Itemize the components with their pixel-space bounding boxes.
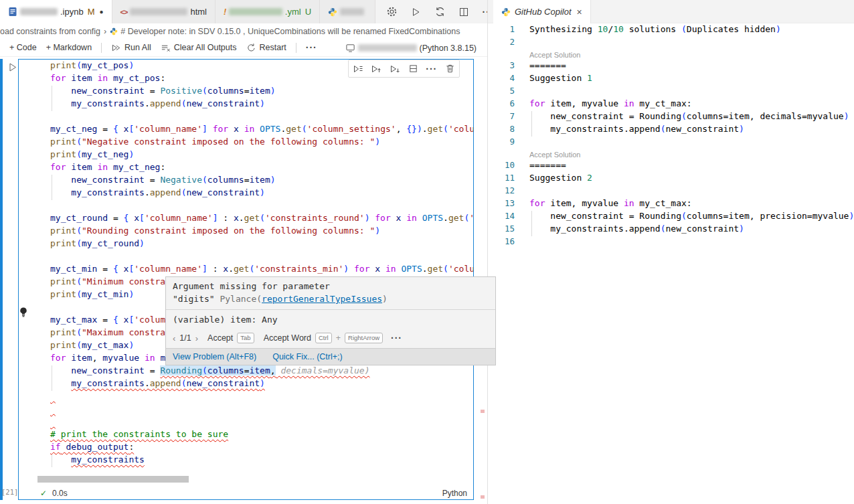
accept-word-button[interactable]: Accept Word [264, 333, 311, 343]
close-icon[interactable]: × [577, 7, 582, 17]
hover-status-bar: View Problem (Alt+F8) Quick Fix... (Ctrl… [166, 348, 495, 365]
copilot-line: 8 my_constraints.append(new_constraint) [488, 124, 854, 137]
execute-below-icon[interactable] [388, 62, 402, 76]
execute-above-icon[interactable] [369, 62, 383, 76]
html-file-icon: <> [120, 8, 128, 16]
clear-all-outputs-button[interactable]: Clear All Outputs [161, 43, 237, 53]
copilot-line: 13for item, myvalue in my_ct_max: [488, 198, 854, 211]
code-line: if debug_output: [19, 442, 473, 454]
run-all-button[interactable]: Run All [111, 43, 151, 53]
line-number: 16 [488, 236, 515, 249]
code-line: my_ct_min = { x['column_name'] : x.get('… [19, 264, 473, 276]
tab-bar: .ipynb M ● <> html ! .yml U ··· [0, 0, 487, 23]
python-icon [328, 7, 337, 17]
breadcrumb-separator: › [104, 27, 106, 36]
restart-button[interactable]: Restart [246, 43, 286, 53]
kernel-picker[interactable]: (Python 3.8.15) [345, 39, 477, 57]
filename-redacted [130, 8, 187, 15]
breadcrumb-section[interactable]: oad constraints from config [0, 27, 100, 36]
cell-toolbar: ··· [348, 60, 460, 78]
cell-duration: 0.0s [52, 489, 68, 498]
tab-ext: .ipynb [60, 7, 84, 17]
unsaved-dot-icon[interactable]: ● [100, 8, 104, 15]
tab-yml[interactable]: ! .yml U [216, 0, 320, 23]
horizontal-scrollbar[interactable] [19, 476, 473, 483]
line-number: 6 [488, 98, 515, 111]
copilot-suggestions-editor[interactable]: 1Synthesizing 10/10 solutions (Duplicate… [488, 24, 854, 249]
copilot-line: 15 my_constraints.append(new_constraint) [488, 224, 854, 236]
copilot-line: 6for item, myvalue in my_ct_max: [488, 98, 854, 111]
code-line: print("Rounding constraint imposed on th… [19, 226, 473, 238]
code-line: my_constraints [19, 454, 473, 467]
line-number: 8 [488, 124, 515, 137]
split-cell-icon[interactable] [406, 62, 420, 76]
view-problem-link[interactable]: View Problem (Alt+F8) [173, 352, 256, 361]
success-check-icon: ✓ [40, 489, 47, 498]
code-line: my_ct_round = { x['column_name'] : x.get… [19, 213, 473, 226]
code-line: new_constraint = Rounding(columns=item, … [19, 365, 473, 378]
suggestion-pager: 1/1 [179, 333, 191, 343]
copilot-line: 11Suggestion 2 [488, 173, 854, 185]
lightbulb-icon[interactable] [19, 307, 27, 317]
quick-fix-link[interactable]: Quick Fix... (Ctrl+;) [272, 352, 343, 361]
add-code-button[interactable]: + Code [9, 43, 37, 52]
code-line [19, 200, 473, 213]
hover-more-icon[interactable]: ··· [391, 333, 402, 343]
tab-github-copilot[interactable]: GitHub Copilot × [493, 0, 591, 23]
code-line [19, 404, 473, 416]
add-markdown-button[interactable]: + Markdown [46, 43, 92, 52]
line-number: 1 [488, 24, 515, 37]
execution-count: [21] [1, 488, 18, 496]
scrollbar-thumb[interactable] [37, 476, 189, 483]
filename-redacted [20, 8, 58, 15]
sync-changes-icon[interactable] [433, 5, 446, 19]
split-editor-icon[interactable] [457, 5, 471, 19]
cell-focus-indicator [0, 59, 3, 500]
tab-keycap: Tab [237, 333, 254, 343]
cell-more-actions-icon[interactable]: ··· [425, 62, 438, 76]
code-line: my_constraints.append(new_constraint) [19, 98, 473, 111]
accept-solution-codelens[interactable]: Accept Solution [488, 50, 854, 60]
clear-outputs-icon [161, 43, 171, 53]
diagnostic-rule-link[interactable]: reportGeneralTypeIssues [262, 294, 382, 304]
editor-actions: ··· [378, 0, 501, 23]
diagnostic-message: Argument missing for parameter "digits" … [166, 277, 495, 310]
tab-python-file[interactable] [320, 0, 375, 23]
filename-redacted [229, 8, 282, 15]
ruler-error-mark [481, 495, 485, 499]
copilot-line: 5 [488, 86, 854, 98]
cell-editor[interactable]: print(my_ct_pos)for item in my_ct_pos: n… [19, 60, 473, 480]
cell-status-bar: ✓ 0.0s Python [19, 487, 473, 499]
line-number: 9 [488, 137, 515, 149]
accept-button[interactable]: Accept [207, 333, 233, 343]
code-line [19, 251, 473, 264]
git-modified-badge: M [88, 7, 95, 17]
next-suggestion-icon[interactable]: › [195, 333, 198, 343]
toolbar-more-icon[interactable]: ··· [306, 42, 317, 53]
previous-suggestion-icon[interactable]: ‹ [173, 333, 175, 343]
copilot-line: 12 [488, 185, 854, 198]
tab-notebook[interactable]: .ipynb M ● [0, 0, 112, 23]
accept-solution-codelens[interactable]: Accept Solution [488, 149, 854, 160]
tab-html[interactable]: <> html [112, 0, 216, 23]
cell-language-picker[interactable]: Python [442, 489, 467, 498]
yaml-file-icon: ! [224, 7, 226, 17]
variable-type-info: (variable) item: Any [166, 310, 495, 331]
copilot-line: 2 [488, 37, 854, 50]
line-number: 10 [488, 160, 515, 173]
breadcrumb-cell-label[interactable]: # Developer note: in SDV 0.15.0 , Unique… [120, 27, 460, 36]
delete-cell-icon[interactable] [443, 62, 456, 76]
run-icon[interactable] [409, 5, 422, 19]
run-by-line-icon[interactable] [351, 62, 365, 76]
tab-ext: .yml [285, 7, 301, 17]
notebook-file-icon [8, 7, 17, 17]
gear-icon[interactable] [385, 5, 398, 19]
copilot-tab-label: GitHub Copilot [515, 7, 572, 17]
line-number: 4 [488, 73, 515, 86]
code-line: my_constraints.append(new_constraint) [19, 187, 473, 200]
tab-ext: html [190, 7, 207, 17]
ruler-error-mark [481, 410, 485, 413]
copilot-line: 14 new_constraint = Rounding(columns=ite… [488, 211, 854, 224]
kernel-icon [345, 43, 355, 53]
error-hover-tooltip: Argument missing for parameter "digits" … [165, 276, 496, 365]
